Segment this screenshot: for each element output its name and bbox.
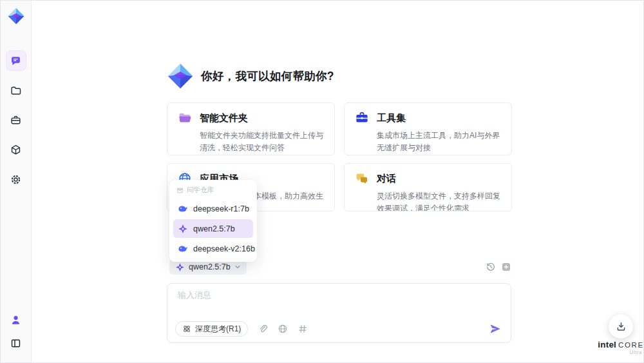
model-option-qwen[interactable]: qwen2.5:7b xyxy=(173,219,253,238)
deep-think-toggle[interactable]: 深度思考(R1) xyxy=(175,321,248,337)
dialog-chat-icon xyxy=(355,172,369,186)
user-icon xyxy=(10,315,21,326)
qwen-star-icon xyxy=(178,224,188,234)
card-smart-folder[interactable]: 智能文件夹 智能文件夹功能支持批量文件上传与清洗，轻松实现文件问答 xyxy=(167,103,335,155)
app-window: 你好，我可以如何帮助你? 智能文件夹 智能文件夹功能支持批量文件上传与清洗，轻松… xyxy=(0,0,644,363)
model-selector-label: qwen2.5:7b xyxy=(189,262,231,271)
folder-icon xyxy=(10,85,21,96)
chevron-down-icon xyxy=(234,264,241,270)
composer: 深度思考(R1) xyxy=(167,283,511,343)
archive-box-icon xyxy=(176,187,184,194)
send-plane-icon[interactable] xyxy=(489,322,502,335)
message-input[interactable] xyxy=(176,289,502,300)
model-option-label: deepseek-v2:16b xyxy=(193,244,255,253)
layout-panel-icon xyxy=(10,338,21,349)
model-option-deepseek-r1[interactable]: deepseek-r1:7b xyxy=(173,199,253,218)
atom-icon xyxy=(182,324,191,333)
sidebar-item-folders[interactable] xyxy=(6,80,26,101)
smart-folder-icon xyxy=(178,111,192,125)
chat-icon xyxy=(10,55,21,66)
sidebar-bottom xyxy=(6,309,26,353)
sidebar-item-user[interactable] xyxy=(6,309,26,330)
sidebar-nav xyxy=(6,50,26,190)
card-description: 集成市场上主流工具，助力AI与外界无缝扩展与对接 xyxy=(377,130,501,155)
gear-icon xyxy=(10,174,21,185)
deepseek-whale-icon xyxy=(178,204,188,214)
app-logo-icon xyxy=(6,6,26,26)
sidebar-item-collapse[interactable] xyxy=(6,333,26,353)
sidebar-item-models[interactable] xyxy=(6,139,26,160)
greeting-header: 你好，我可以如何帮助你? xyxy=(166,61,334,91)
intel-brand-text: intel xyxy=(598,340,616,350)
deepseek-whale-icon xyxy=(178,244,188,254)
qwen-star-icon xyxy=(175,262,185,272)
composer-actions: 深度思考(R1) xyxy=(175,321,502,337)
paperclip-icon[interactable] xyxy=(258,324,268,334)
model-dropdown-header-label: 问学仓库 xyxy=(187,186,214,195)
card-title: 智能文件夹 xyxy=(200,112,248,124)
sidebar-item-tools[interactable] xyxy=(6,110,26,130)
card-description: 智能文件夹功能支持批量文件上传与清洗，轻松实现文件问答 xyxy=(200,130,324,155)
card-title: 对话 xyxy=(377,173,396,185)
card-toolset[interactable]: 工具集 集成市场上主流工具，助力AI与外界无缝扩展与对接 xyxy=(344,103,512,155)
intel-product-text: core xyxy=(618,341,644,349)
greeting-title: 你好，我可以如何帮助你? xyxy=(201,68,334,84)
deep-think-label: 深度思考(R1) xyxy=(195,324,241,335)
gem-logo-icon xyxy=(166,61,195,91)
toolset-briefcase-icon xyxy=(355,111,369,125)
web-search-icon[interactable] xyxy=(278,324,288,334)
sidebar-item-settings[interactable] xyxy=(6,169,26,190)
intel-tier-text: Ultra xyxy=(594,350,642,356)
briefcase-icon xyxy=(10,115,21,126)
model-dropdown-header: 问学仓库 xyxy=(173,184,253,198)
download-button[interactable] xyxy=(609,314,633,338)
card-title: 工具集 xyxy=(377,112,406,124)
model-dropdown: 问学仓库 deepseek-r1:7b qwen2.5:7b deepseek-… xyxy=(169,180,257,262)
model-option-label: deepseek-r1:7b xyxy=(193,204,249,213)
model-option-label: qwen2.5:7b xyxy=(193,224,235,233)
model-option-deepseek-v2[interactable]: deepseek-v2:16b xyxy=(173,239,253,258)
cube-icon xyxy=(10,144,21,155)
sidebar xyxy=(1,1,32,362)
hash-grid-icon[interactable] xyxy=(298,324,308,334)
download-icon xyxy=(616,321,627,332)
sidebar-item-chat[interactable] xyxy=(6,50,26,71)
history-icon[interactable] xyxy=(486,262,496,272)
new-chat-icon[interactable] xyxy=(501,262,511,272)
card-description: 灵活切换多模型文件，支持多样回复效果调试，满足个性化需求 xyxy=(377,190,501,211)
card-dialog[interactable]: 对话 灵活切换多模型文件，支持多样回复效果调试，满足个性化需求 xyxy=(344,163,512,211)
conversation-toolbar xyxy=(486,262,511,272)
intel-core-badge: intel core Ultra xyxy=(594,338,644,356)
